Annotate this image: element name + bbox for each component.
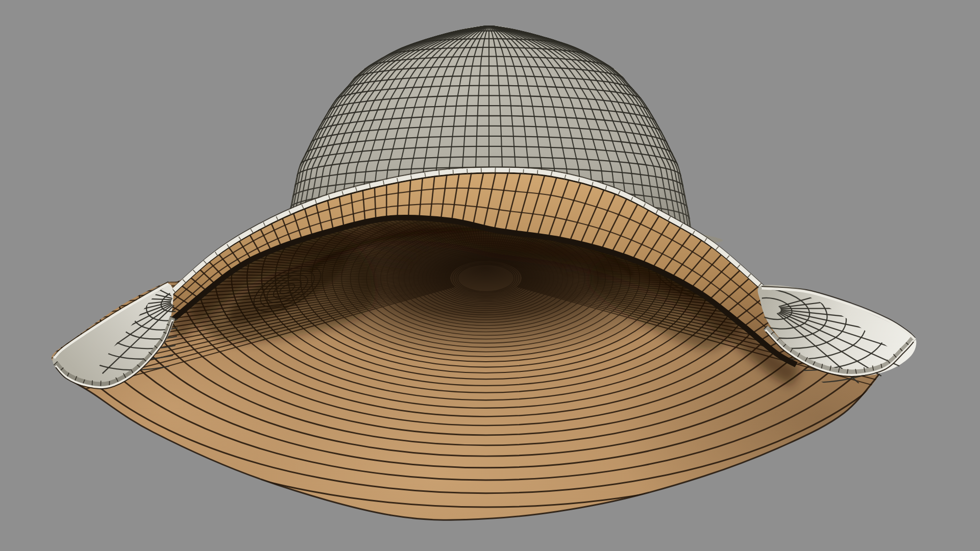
render-viewport <box>0 0 980 551</box>
hat-3d-wireframe-render <box>0 0 980 551</box>
